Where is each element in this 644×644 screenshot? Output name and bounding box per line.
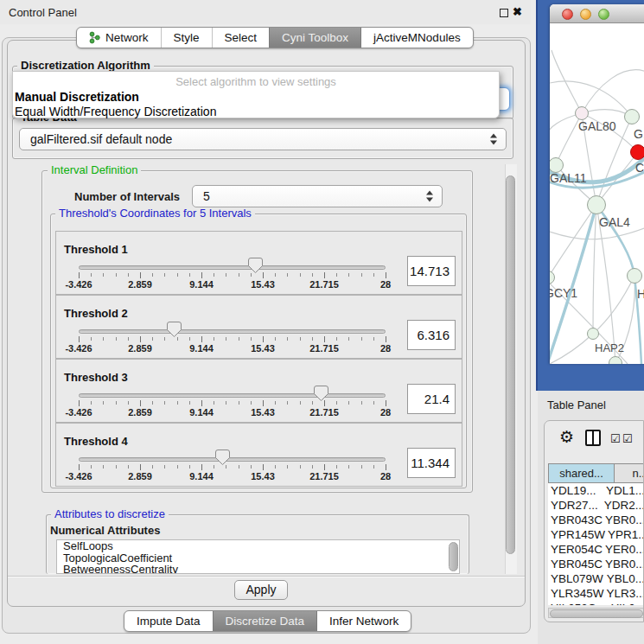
slider-major-tick bbox=[324, 336, 325, 342]
threshold-value-field[interactable]: 21.4 bbox=[407, 384, 456, 414]
table-row[interactable]: YBR045CYBR0... bbox=[548, 557, 644, 571]
table-cell: YIL052C bbox=[548, 601, 609, 605]
column-header-shared-name[interactable]: shared... bbox=[548, 463, 615, 483]
gear-icon[interactable]: ⚙ bbox=[559, 429, 574, 445]
float-window-icon[interactable] bbox=[500, 9, 508, 17]
tab-discretize-data[interactable]: Discretize Data bbox=[213, 611, 317, 631]
slider-tick-label: 21.715 bbox=[309, 343, 339, 354]
attribute-list-item[interactable]: TopologicalCoefficient bbox=[57, 552, 459, 564]
slider-thumb[interactable] bbox=[215, 450, 230, 465]
column-header-name[interactable]: n... bbox=[615, 463, 644, 483]
slider-major-tick bbox=[386, 336, 386, 342]
table-cell: YPR145W bbox=[548, 527, 605, 542]
panel-title: Control Panel bbox=[9, 6, 77, 19]
slider-major-tick bbox=[140, 464, 141, 470]
tab-label: Style bbox=[174, 31, 200, 44]
table-cell: YBR045C bbox=[548, 557, 603, 571]
tab-style[interactable]: Style bbox=[161, 28, 212, 48]
list-scrollbar-thumb[interactable] bbox=[449, 542, 458, 571]
table-panel-title: Table Panel bbox=[547, 399, 606, 411]
slider-track[interactable] bbox=[79, 265, 386, 270]
tab-label: Network bbox=[105, 31, 149, 44]
node-table-body[interactable]: YDL19...YDL1...YDR27...YDR2...YBR043CYBR… bbox=[548, 483, 644, 605]
threshold-value-field[interactable]: 6.316 bbox=[407, 320, 456, 350]
network-node[interactable] bbox=[575, 106, 589, 120]
checkbox-icon[interactable]: ☑ bbox=[610, 432, 621, 445]
cyni-bottom-tabs: Impute Data Discretize Data Infer Networ… bbox=[124, 610, 411, 632]
slider-major-tick bbox=[201, 464, 202, 470]
tab-label: jActiveMNodules bbox=[373, 31, 461, 44]
tab-network[interactable]: Network bbox=[77, 28, 161, 48]
slider-major-tick bbox=[324, 400, 325, 406]
window-zoom-button[interactable] bbox=[598, 9, 609, 20]
network-window-titlebar[interactable] bbox=[550, 4, 644, 23]
tab-infer-network[interactable]: Infer Network bbox=[316, 611, 411, 631]
threshold-value-field[interactable]: 11.344 bbox=[407, 448, 456, 478]
tab-impute-data[interactable]: Impute Data bbox=[124, 611, 213, 631]
table-row[interactable]: YDL19...YDL1... bbox=[548, 483, 644, 498]
close-icon[interactable]: ✖ bbox=[513, 5, 522, 18]
network-node[interactable] bbox=[624, 109, 640, 124]
table-cell: YDL19... bbox=[548, 483, 603, 498]
slider-tick-label: 21.715 bbox=[309, 471, 339, 481]
slider-tick-label: 28 bbox=[380, 343, 391, 354]
dropdown-option-equal-width[interactable]: Equal Width/Frequency Discretization bbox=[15, 105, 216, 118]
network-node[interactable] bbox=[587, 328, 599, 340]
table-hscrollbar-thumb[interactable] bbox=[550, 609, 643, 618]
slider-thumb[interactable] bbox=[167, 322, 182, 337]
slider-track[interactable] bbox=[79, 457, 386, 462]
panel-scrollbar-thumb[interactable] bbox=[506, 175, 515, 554]
numerical-attributes-list[interactable]: SelfLoopsTopologicalCoefficientBetweenne… bbox=[56, 539, 460, 574]
threshold-label: Threshold 1 bbox=[64, 243, 128, 256]
table-row[interactable]: YIL052CYIL0... bbox=[548, 601, 644, 605]
threshold-1-panel: Threshold 1 14.713 -3.4262.8599.14415.43… bbox=[55, 231, 462, 295]
threshold-value-field[interactable]: 14.713 bbox=[407, 256, 456, 286]
network-node[interactable] bbox=[609, 356, 622, 364]
slider-track[interactable] bbox=[79, 393, 386, 398]
apply-button[interactable]: Apply bbox=[234, 580, 288, 600]
discretization-algorithm-legend: Discretization Algorithm bbox=[17, 60, 154, 72]
number-of-intervals-combobox[interactable]: 5 bbox=[192, 185, 443, 207]
slider-tick-label: -3.426 bbox=[65, 471, 92, 481]
interval-definition-legend: Interval Definition bbox=[48, 164, 141, 176]
tab-select[interactable]: Select bbox=[212, 28, 270, 48]
slider-tick-label: 15.43 bbox=[251, 471, 275, 481]
dropdown-option-manual[interactable]: Manual Discretization bbox=[15, 90, 139, 104]
slider-tick-label: 15.43 bbox=[251, 279, 275, 290]
columns-icon[interactable] bbox=[585, 430, 601, 446]
slider-thumb[interactable] bbox=[248, 258, 263, 273]
network-canvas[interactable]: GAL80G...C...GAL11GAL4GCY1H...HAP2 bbox=[550, 24, 644, 364]
table-row[interactable]: YBR043CYBR0... bbox=[548, 513, 644, 527]
network-node[interactable] bbox=[587, 195, 606, 214]
attribute-list-item[interactable]: SelfLoops bbox=[57, 540, 459, 552]
node-label: G... bbox=[634, 127, 644, 141]
checkbox-icon[interactable]: ☑ bbox=[622, 432, 633, 445]
table-row[interactable]: YBL079WYBL0... bbox=[548, 571, 644, 586]
window-close-button[interactable] bbox=[562, 9, 573, 20]
slider-major-tick bbox=[79, 464, 80, 470]
tab-cyni-toolbox[interactable]: Cyni Toolbox bbox=[269, 28, 360, 48]
attribute-list-item[interactable]: BetweennessCentrality bbox=[57, 564, 459, 574]
network-node[interactable] bbox=[630, 144, 644, 160]
attributes-legend: Attributes to discretize bbox=[51, 508, 169, 520]
slider-major-tick bbox=[386, 272, 386, 278]
network-edges bbox=[550, 24, 644, 364]
slider-tick-label: 15.43 bbox=[251, 343, 275, 354]
table-row[interactable]: YER054CYER0... bbox=[548, 542, 644, 557]
dropdown-placeholder-option[interactable]: Select algorithm to view settings bbox=[13, 75, 499, 88]
table-row[interactable]: YDR27...YDR2... bbox=[548, 498, 644, 513]
network-node[interactable] bbox=[627, 268, 642, 284]
table-data-combobox[interactable]: galFiltered.sif default node bbox=[19, 128, 507, 150]
slider-major-tick bbox=[324, 464, 325, 470]
table-hscrollbar-track[interactable] bbox=[548, 608, 644, 618]
slider-tick-label: -3.426 bbox=[65, 279, 92, 290]
table-row[interactable]: YLR345WYLR3... bbox=[548, 586, 644, 601]
tab-jactivemnodules[interactable]: jActiveMNodules bbox=[360, 28, 473, 48]
network-view-window: GAL80G...C...GAL11GAL4GCY1H...HAP2 bbox=[550, 4, 644, 364]
window-minimize-button[interactable] bbox=[580, 9, 591, 20]
table-row[interactable]: YPR145WYPR1... bbox=[548, 527, 644, 542]
slider-tick-label: 28 bbox=[380, 471, 391, 481]
slider-track[interactable] bbox=[79, 329, 386, 334]
slider-thumb[interactable] bbox=[314, 386, 328, 401]
threshold-4-panel: Threshold 4 11.344 -3.4262.8599.14415.43… bbox=[55, 423, 462, 487]
